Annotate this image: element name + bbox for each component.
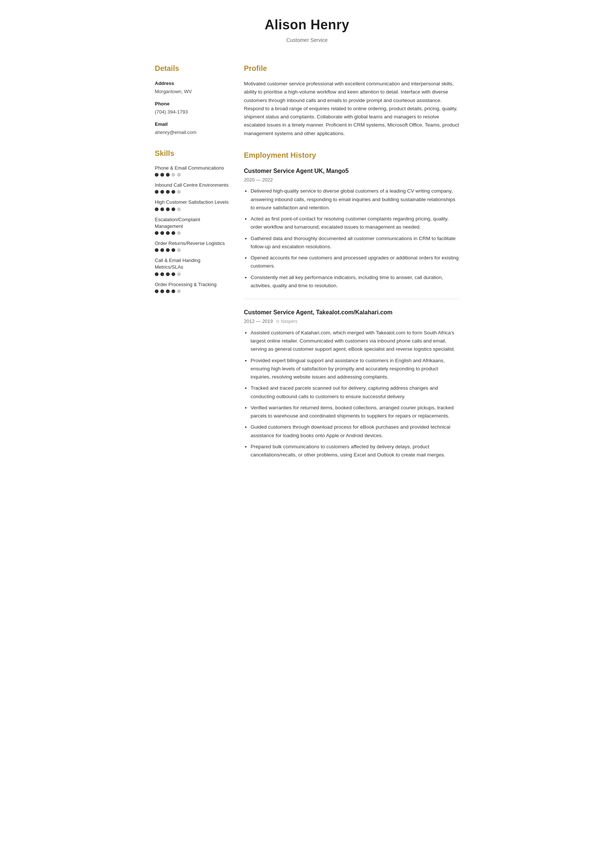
skill-item: Escalation/Complaint Management <box>155 216 229 235</box>
bullet-item: Guided customers through download proces… <box>251 423 459 440</box>
resume-header: Alison Henry Customer Service <box>155 15 459 48</box>
job-bullets: Delivered high-quality service to divers… <box>244 187 459 290</box>
employment-title: Employment History <box>244 150 459 161</box>
skill-dot <box>177 173 181 177</box>
skill-dots <box>155 248 229 252</box>
employment-section: Employment History Customer Service Agen… <box>244 150 459 459</box>
skill-dots <box>155 208 229 211</box>
company-tag: ⊙ Naspers <box>276 318 297 325</box>
bullet-item: Prepared bulk communications to customer… <box>251 443 459 459</box>
address-label: Address <box>155 80 229 87</box>
skill-dot <box>155 208 158 211</box>
job-period: 2012 — 2019 <box>244 318 273 325</box>
candidate-name: Alison Henry <box>155 15 459 35</box>
job-meta: 2020 — 2022 <box>244 176 459 184</box>
skill-dot <box>160 273 164 276</box>
phone-value: (704) 394-1793 <box>155 108 229 116</box>
bullet-item: Gathered data and thoroughly documented … <box>251 234 459 251</box>
skill-dot <box>177 273 181 276</box>
skill-dots <box>155 173 229 177</box>
skill-dot <box>166 290 170 293</box>
skill-item: Inbound Call Centre Environments <box>155 182 229 194</box>
skill-dot <box>177 190 181 194</box>
skill-dot <box>166 248 170 252</box>
bullet-item: Acted as first point-of-contact for reso… <box>251 215 459 232</box>
skill-name: Order Processing & Tracking <box>155 281 229 288</box>
skill-name: Escalation/Complaint Management <box>155 216 229 230</box>
skill-dot <box>155 231 158 235</box>
skill-item: Order Returns/Reverse Logistics <box>155 240 229 252</box>
skill-dot <box>177 208 181 211</box>
skills-list: Phone & Email CommunicationsInbound Call… <box>155 165 229 293</box>
skill-dots <box>155 273 229 276</box>
job-title: Customer Service Agent, Takealot.com/Kal… <box>244 308 459 317</box>
skill-dot <box>160 231 164 235</box>
content-area: Profile Motivated customer service profe… <box>244 63 459 468</box>
skill-name: Inbound Call Centre Environments <box>155 182 229 189</box>
skill-dot <box>177 290 181 293</box>
skill-dot <box>166 173 170 177</box>
section-divider <box>244 299 459 299</box>
email-label: Email <box>155 121 229 128</box>
skill-name: Order Returns/Reverse Logistics <box>155 240 229 247</box>
job-entry: Customer Service Agent UK, Mango52020 — … <box>244 167 459 290</box>
bullet-item: Verified warranties for returned items, … <box>251 404 459 420</box>
skills-section: Skills Phone & Email CommunicationsInbou… <box>155 148 229 293</box>
detail-email: Email ahenry@email.com <box>155 121 229 136</box>
skill-dot <box>172 173 175 177</box>
profile-text: Motivated customer service professional … <box>244 80 459 138</box>
job-entry: Customer Service Agent, Takealot.com/Kal… <box>244 308 459 459</box>
skill-dot <box>172 208 175 211</box>
skill-dot <box>155 248 158 252</box>
skill-dot <box>177 248 181 252</box>
skill-dots <box>155 290 229 293</box>
skill-dots <box>155 231 229 235</box>
skill-item: Phone & Email Communications <box>155 165 229 177</box>
skill-name: Call & Email Handing Metrics/SLAs <box>155 257 229 271</box>
skill-dot <box>177 231 181 235</box>
skills-title: Skills <box>155 148 229 159</box>
detail-address: Address Morgantown, WV <box>155 80 229 95</box>
skill-dot <box>160 248 164 252</box>
profile-section: Profile Motivated customer service profe… <box>244 63 459 138</box>
bullet-item: Consistently met all key performance ind… <box>251 273 459 290</box>
skill-item: High Customer Satisfaction Levels <box>155 199 229 211</box>
skill-item: Call & Email Handing Metrics/SLAs <box>155 257 229 276</box>
address-value: Morgantown, WV <box>155 88 229 95</box>
sidebar: Details Address Morgantown, WV Phone (70… <box>155 63 229 468</box>
skill-dot <box>160 290 164 293</box>
skill-dot <box>172 248 175 252</box>
bullet-item: Tracked and traced parcels scanned out f… <box>251 384 459 401</box>
skill-dot <box>166 231 170 235</box>
email-value: ahenry@email.com <box>155 129 229 136</box>
bullet-item: Delivered high-quality service to divers… <box>251 187 459 212</box>
skill-dot <box>155 190 158 194</box>
phone-label: Phone <box>155 100 229 108</box>
skill-dot <box>160 190 164 194</box>
job-period: 2020 — 2022 <box>244 176 273 184</box>
skill-dot <box>160 208 164 211</box>
skill-name: High Customer Satisfaction Levels <box>155 199 229 206</box>
job-meta: 2012 — 2019⊙ Naspers <box>244 318 459 325</box>
skill-dot <box>160 173 164 177</box>
detail-phone: Phone (704) 394-1793 <box>155 100 229 115</box>
skill-name: Phone & Email Communications <box>155 165 229 172</box>
bullet-item: Assisted customers of Kalahari.com, whic… <box>251 329 459 353</box>
skill-dot <box>166 273 170 276</box>
skill-item: Order Processing & Tracking <box>155 281 229 293</box>
main-layout: Details Address Morgantown, WV Phone (70… <box>155 63 459 468</box>
skill-dot <box>172 231 175 235</box>
bullet-item: Provided expert bilingual support and as… <box>251 356 459 381</box>
bullet-item: Opened accounts for new customers and pr… <box>251 254 459 271</box>
details-title: Details <box>155 63 229 74</box>
skill-dot <box>155 173 158 177</box>
skill-dot <box>155 273 158 276</box>
skill-dots <box>155 190 229 194</box>
job-title: Customer Service Agent UK, Mango5 <box>244 167 459 175</box>
jobs-list: Customer Service Agent UK, Mango52020 — … <box>244 167 459 459</box>
job-bullets: Assisted customers of Kalahari.com, whic… <box>244 329 459 459</box>
skill-dot <box>172 273 175 276</box>
details-section: Details Address Morgantown, WV Phone (70… <box>155 63 229 136</box>
skill-dot <box>172 290 175 293</box>
skill-dot <box>166 208 170 211</box>
